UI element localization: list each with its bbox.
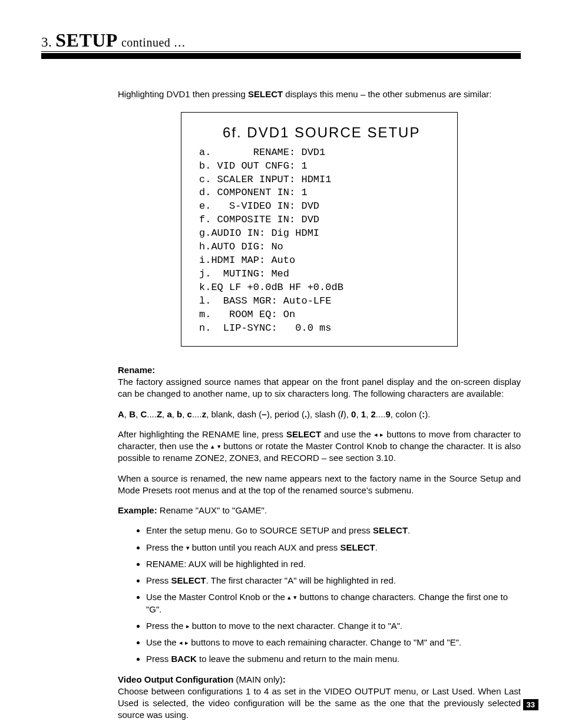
character-list: A, B, C....Z, a, b, c....z, blank, dash … — [118, 409, 521, 420]
list-item: Press SELECT. The first character "A" wi… — [146, 575, 521, 587]
list-item: RENAME: AUX will be highlighted in red. — [146, 558, 521, 570]
select-label: SELECT — [248, 89, 283, 99]
left-arrow-icon: ◂ — [374, 430, 378, 439]
menu-row: i.HDMI MAP: Auto — [199, 254, 447, 268]
example-steps: Enter the setup menu. Go to SOURCE SETUP… — [118, 525, 521, 665]
example-line: Example: Rename "AUX" to "GAME". — [118, 505, 521, 516]
after-highlight-paragraph: After highlighting the RENAME line, pres… — [118, 429, 521, 465]
menu-row: e. S-VIDEO IN: DVD — [199, 200, 447, 213]
section-title: SETUP — [55, 29, 118, 51]
voc-label: Video Output Configuration — [118, 674, 233, 684]
page-number: 33 — [523, 699, 538, 710]
menu-row: j. MUTING: Med — [199, 268, 447, 281]
menu-title: 6f. DVD1 SOURCE SETUP — [223, 123, 447, 142]
menu-row: m. ROOM EQ: On — [199, 308, 447, 322]
list-item: Use the ◂ ▸ buttons to move to each rema… — [146, 637, 521, 648]
rename-label: Rename: — [118, 365, 155, 375]
menu-row: h.AUTO DIG: No — [199, 241, 447, 254]
intro-paragraph: Highlighting DVD1 then pressing SELECT d… — [118, 88, 521, 100]
page: 3. SETUP continued … Highlighting DVD1 t… — [0, 0, 562, 728]
menu-row: n. LIP-SYNC: 0.0 ms — [199, 322, 447, 335]
list-item: Press BACK to leave the submenu and retu… — [146, 653, 521, 665]
section-continued: continued … — [121, 36, 186, 49]
rename-paragraph: Rename: The factory assigned source name… — [118, 364, 521, 400]
section-number: 3. — [41, 35, 52, 50]
menu-row: k.EQ LF +0.0dB HF +0.0dB — [199, 281, 447, 295]
menu-row: a. RENAME: DVD1 — [199, 146, 447, 160]
up-arrow-icon: ▴ — [287, 593, 291, 602]
list-item: Use the Master Control Knob or the ▴ ▾ b… — [146, 591, 521, 615]
menu-row: l. BASS MGR: Auto-LFE — [199, 295, 447, 308]
menu-box: 6f. DVD1 SOURCE SETUP a. RENAME: DVD1 b.… — [181, 112, 458, 347]
menu-row: d. COMPONENT IN: 1 — [199, 186, 447, 200]
left-arrow-icon: ◂ — [179, 638, 183, 647]
menu-row: c. SCALER INPUT: HDMI1 — [199, 173, 447, 187]
menu-row: g.AUDIO IN: Dig HDMI — [199, 227, 447, 241]
section-header: 3. SETUP continued … — [41, 29, 521, 59]
list-item: Press the ▾ button until you reach AUX a… — [146, 542, 521, 554]
voc-paragraph: Video Output Configuration (MAIN only): … — [118, 674, 521, 722]
renamed-note-paragraph: When a source is renamed, the new name a… — [118, 473, 521, 497]
list-item: Enter the setup menu. Go to SOURCE SETUP… — [146, 525, 521, 536]
menu-row: b. VID OUT CNFG: 1 — [199, 160, 447, 173]
up-arrow-icon: ▴ — [211, 442, 214, 451]
body-content: Highlighting DVD1 then pressing SELECT d… — [118, 88, 521, 722]
list-item: Press the ▸ button to move to the next c… — [146, 620, 521, 632]
menu-row: f. COMPOSITE IN: DVD — [199, 213, 447, 227]
